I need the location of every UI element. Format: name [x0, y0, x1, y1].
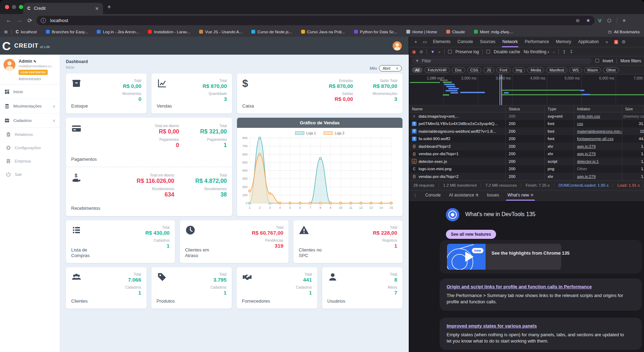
close-icon[interactable]: ✕	[530, 193, 534, 198]
whats-new-link[interactable]: Origin and script links for profile and …	[447, 284, 635, 289]
column-header-status[interactable]: Status	[506, 105, 545, 112]
window-controls[interactable]	[5, 5, 23, 9]
disable-cache-checkbox[interactable]	[486, 50, 490, 54]
network-request-row[interactable]: Tmaterialdesignicons-webfont.woff2?v=1.8…	[409, 127, 644, 135]
filter-chip-wasm[interactable]: Wasm	[584, 67, 601, 73]
bookmark-item[interactable]: Clocalhost	[16, 29, 37, 34]
minimize-window-button[interactable]	[12, 5, 16, 9]
drawer-tab-aiassistance[interactable]: AI assistance ⚗	[445, 190, 483, 201]
reload-icon[interactable]: ⟳	[25, 17, 35, 24]
sidebar-item-configuracoes[interactable]: Configurações	[0, 141, 60, 154]
import-har-icon[interactable]: ↥	[562, 49, 566, 54]
highlight-card[interactable]: new See the highlights from Chrome 135	[440, 240, 642, 274]
filter-chip-media[interactable]: Media	[527, 67, 544, 73]
bookmark-item[interactable]: Meet: mdg-zfwq-...	[474, 29, 513, 34]
bookmark-item[interactable]: Python for Data Sc...	[354, 29, 397, 34]
forward-icon[interactable]: →	[14, 17, 25, 23]
header-avatar[interactable]	[393, 41, 402, 50]
browser-tab[interactable]: C Credit ✕	[23, 3, 103, 14]
drawer-menu-icon[interactable]: ⋮	[411, 193, 420, 198]
devtools-tab-memory[interactable]: Memory	[553, 37, 575, 47]
address-bar[interactable]: i localhost ⊝ ★	[36, 16, 595, 25]
see-all-features-button[interactable]: See all new features	[446, 230, 496, 239]
inspect-element-icon[interactable]: ⌖	[411, 39, 420, 45]
more-tabs-icon[interactable]: »	[602, 39, 611, 44]
more-filters-label[interactable]: More filters	[621, 58, 641, 63]
filter-chip-css[interactable]: CSS	[467, 67, 482, 73]
bookmark-item[interactable]: Claude	[446, 29, 465, 34]
column-header-name[interactable]: Name	[409, 105, 506, 112]
sidebar-item-empresa[interactable]: Empresa	[0, 154, 60, 168]
filter-chip-js[interactable]: JS	[483, 67, 494, 73]
invert-checkbox[interactable]	[595, 59, 599, 63]
column-header-type[interactable]: Type	[545, 105, 574, 112]
bookmark-item[interactable]: Curso de Node.js...	[251, 29, 292, 34]
devtools-tab-application[interactable]: Application	[575, 37, 602, 47]
error-count-badge[interactable]: 1	[614, 40, 618, 44]
clear-network-log-icon[interactable]: ⊘	[419, 49, 423, 54]
legend-item[interactable]: Loja 1	[295, 131, 316, 135]
bookmark-star-icon[interactable]: ★	[586, 18, 590, 23]
column-header-initiator[interactable]: Initiator	[574, 105, 622, 112]
filter-chip-fetchxhr[interactable]: Fetch/XHR	[425, 67, 450, 73]
bookmark-item[interactable]: Curso Java na Prát...	[301, 29, 345, 34]
bookmark-item[interactable]: Installation - Larav...	[148, 29, 190, 34]
network-request-row[interactable]: {}vendas-por-dia?loja=1 200 xhr app.js:2…	[409, 150, 644, 158]
devtools-tab-elements[interactable]: Elements	[429, 37, 454, 47]
drawer-tab-issues[interactable]: Issues	[483, 190, 503, 201]
sidebar-item-inicio[interactable]: Início	[0, 85, 60, 99]
initiator-link[interactable]: css	[577, 122, 583, 126]
filter-chip-other[interactable]: Other	[603, 67, 619, 73]
network-request-row[interactable]: {}vendas-por-dia?loja=2 200 xhr app.js:2…	[409, 173, 644, 180]
site-info-icon[interactable]: i	[41, 18, 46, 23]
filter-chip-doc[interactable]: Doc	[452, 67, 465, 73]
filter-chip-manifest[interactable]: Manifest	[546, 67, 567, 73]
network-request-row[interactable]: {}dashboard?loja=2 200 xhr app.js:279 1.…	[409, 143, 644, 150]
network-overview-timeline[interactable]: 1,000 ms 2,000 ms 3,000 ms 4,000 ms 5,00…	[409, 75, 644, 105]
all-bookmarks-button[interactable]: 🗀 All Bookmarks	[608, 30, 640, 34]
drawer-tab-whatsnew[interactable]: What's new ✕	[503, 190, 538, 201]
vue-devtools-extension-icon[interactable]: V	[598, 18, 602, 23]
filter-chip-font[interactable]: Font	[496, 67, 510, 73]
whats-new-link[interactable]: Improved empty states for various panels	[447, 323, 635, 329]
filter-chip-all[interactable]: All	[412, 67, 422, 73]
edit-pencil-icon[interactable]: ✎	[33, 60, 36, 63]
bookmark-item[interactable]: Log in - Jira Anron...	[97, 29, 139, 34]
filter-chip-img[interactable]: Img	[513, 67, 525, 73]
devtools-tab-network[interactable]: Network	[499, 37, 521, 47]
initiator-link[interactable]: style.min.css	[577, 114, 600, 118]
sidebar-item-cadastros[interactable]: Cadastros ∨	[0, 113, 60, 128]
drawer-tab-console[interactable]: Console	[421, 190, 445, 201]
filter-chip-ws[interactable]: WS	[569, 67, 582, 73]
sidebar-item-movimentacoes[interactable]: Movimentações ∨	[0, 99, 60, 113]
filter-funnel-icon[interactable]: ▼	[431, 49, 435, 54]
devtools-tab-performance[interactable]: Performance	[521, 37, 553, 47]
devtools-tab-sources[interactable]: Sources	[476, 37, 499, 47]
bookmark-item[interactable]: Branches for Easy...	[46, 29, 88, 34]
highlight-thumbnail[interactable]: new	[447, 244, 486, 270]
search-icon[interactable]: ⌕	[438, 49, 441, 54]
device-toolbar-icon[interactable]: ▭	[420, 39, 429, 44]
devtools-settings-gear-icon[interactable]: ⚙	[619, 39, 628, 44]
zoom-icon[interactable]: ⊝	[576, 18, 580, 23]
initiator-link[interactable]: fontawesome-all.css	[577, 137, 614, 141]
back-icon[interactable]: ←	[4, 17, 14, 23]
network-request-row[interactable]: {}detector-exec.js 200 script detector.j…	[409, 158, 644, 165]
network-request-row[interactable]: Tpe0TMlmSLYBIv1o4X1M8ce2xCx3yop4tQ... 20…	[409, 120, 644, 128]
export-har-icon[interactable]: ↧	[569, 49, 573, 54]
initiator-link[interactable]: app.js:279	[577, 144, 596, 149]
network-request-row[interactable]: Clogo-icon-mini.png 200 png Other 1.2 kB	[409, 165, 644, 173]
filter-input[interactable]: ▼ Filter	[412, 58, 592, 64]
close-window-button[interactable]	[5, 5, 9, 9]
browser-menu-icon[interactable]: ≡	[623, 18, 625, 23]
throttling-select[interactable]: No throttling ▾	[524, 49, 549, 54]
record-network-log-icon[interactable]: ◉	[412, 49, 416, 54]
extensions-puzzle-icon[interactable]: ⬡	[607, 18, 611, 23]
apps-grid-icon[interactable]: ⊞	[4, 29, 8, 34]
bookmark-item[interactable]: Home | Home	[406, 29, 437, 34]
sidebar-item-relatorios[interactable]: Relatórios	[0, 128, 60, 141]
initiator-link[interactable]: detector.js:1	[577, 159, 599, 164]
sidebar-item-sair[interactable]: Sair	[0, 168, 60, 181]
network-conditions-icon[interactable]: ⌔	[553, 49, 555, 54]
legend-item[interactable]: Loja 2	[324, 131, 344, 135]
